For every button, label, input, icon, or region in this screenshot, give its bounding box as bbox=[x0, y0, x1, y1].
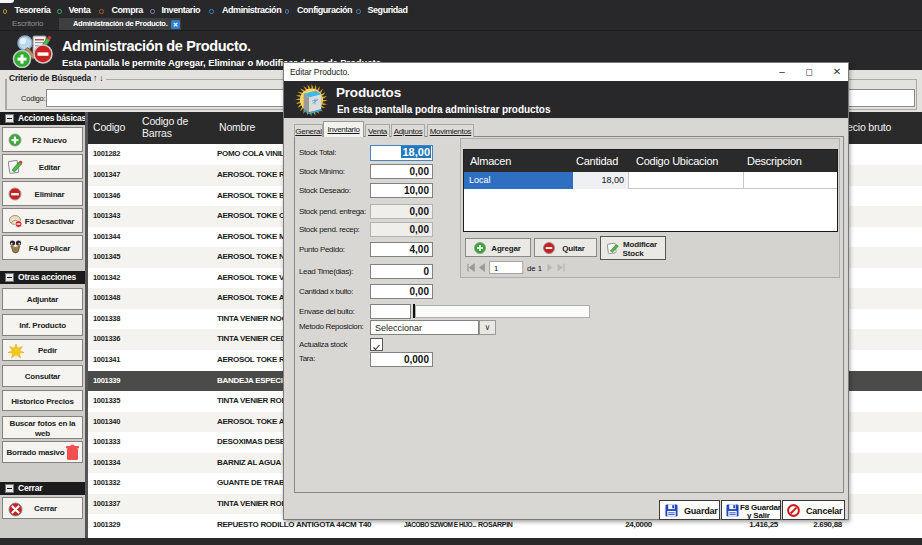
svg-text:de 1: de 1 bbox=[527, 264, 542, 273]
svg-text:1: 1 bbox=[494, 264, 498, 273]
